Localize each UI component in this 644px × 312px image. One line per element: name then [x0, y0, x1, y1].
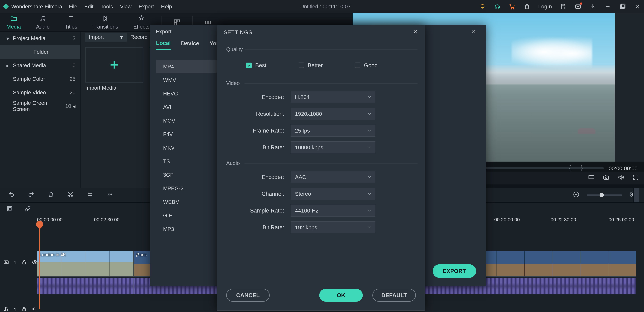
video-clip-1[interactable]: London in 4K ▸ [37, 251, 134, 276]
ok-button[interactable]: OK [319, 289, 363, 302]
quality-better[interactable]: Better [299, 62, 323, 69]
quality-better-label: Better [308, 62, 323, 69]
eye-icon[interactable] [32, 259, 38, 266]
import-media-tile[interactable] [85, 47, 143, 83]
audio-samplerate-select[interactable]: 44100 Hz [290, 205, 375, 217]
lock-icon[interactable] [21, 306, 27, 312]
format-3gp[interactable]: 3GP [156, 168, 218, 182]
tab-media[interactable]: Media [6, 15, 21, 30]
menu-file[interactable]: File [69, 4, 77, 10]
format-mpeg2[interactable]: MPEG-2 [156, 182, 218, 195]
playhead[interactable] [39, 226, 40, 309]
format-gif[interactable]: GIF [156, 209, 218, 222]
format-webm[interactable]: WEBM [156, 195, 218, 209]
video-encoder-value: H.264 [295, 94, 310, 100]
preview-decor [578, 128, 596, 134]
svg-rect-25 [8, 207, 11, 210]
redo-icon[interactable] [28, 191, 34, 199]
tab-titles[interactable]: Titles [65, 15, 77, 30]
pm-shared[interactable]: ▸ Shared Media 0 [0, 59, 80, 72]
quality-best[interactable]: Best [246, 62, 266, 69]
menu-export[interactable]: Export [138, 4, 154, 10]
format-mp4[interactable]: MP4 [156, 60, 218, 73]
format-mov[interactable]: MOV [156, 114, 218, 127]
format-f4v[interactable]: F4V [156, 127, 218, 141]
undo-icon[interactable] [8, 191, 15, 199]
tab-transitions[interactable]: Transitions [92, 15, 118, 30]
import-dropdown[interactable]: Import▾ [85, 33, 127, 42]
format-wmv[interactable]: WMV [156, 73, 218, 87]
login-link[interactable]: LogIn [538, 4, 552, 10]
quality-good[interactable]: Good [355, 62, 378, 69]
audio-waveform-icon[interactable] [106, 191, 113, 199]
video-framerate-select[interactable]: 25 fps [290, 125, 375, 136]
cancel-button[interactable]: CANCEL [226, 289, 270, 302]
maximize-icon[interactable] [619, 3, 626, 10]
format-mp3[interactable]: MP3 [156, 222, 218, 236]
menu-edit[interactable]: Edit [84, 4, 94, 10]
fullscreen-icon[interactable] [632, 174, 639, 182]
idea-icon[interactable] [479, 3, 486, 10]
volume-icon[interactable] [618, 174, 624, 182]
zoom-slider-handle[interactable] [600, 193, 604, 197]
menu-tools[interactable]: Tools [100, 4, 113, 10]
default-button[interactable]: DEFAULT [372, 289, 416, 302]
format-ts[interactable]: TS [156, 155, 218, 168]
snapshot-icon[interactable] [603, 174, 610, 182]
video-bitrate-select[interactable]: 10000 kbps [290, 141, 375, 153]
link-icon[interactable] [24, 205, 31, 214]
pm-color[interactable]: Sample Color 25 [0, 72, 80, 86]
zoom-slider[interactable] [587, 195, 622, 196]
lock-icon[interactable] [21, 259, 27, 266]
cart-icon[interactable] [508, 3, 516, 10]
pm-project-media[interactable]: ▾ Project Media 3 [0, 32, 80, 45]
settings-close-icon[interactable] [412, 28, 418, 36]
display-icon[interactable] [588, 174, 595, 182]
headset-icon[interactable] [494, 3, 501, 10]
tab-effects[interactable]: Effects [133, 15, 150, 30]
zoom-out-icon[interactable] [573, 191, 580, 199]
export-button[interactable]: EXPORT [432, 264, 476, 278]
audio-bitrate-select[interactable]: 192 kbps [290, 221, 375, 233]
svg-point-2 [513, 8, 514, 9]
video-encoder-select[interactable]: H.264 [290, 91, 375, 103]
cut-icon[interactable] [67, 191, 74, 199]
pm-folder[interactable]: Folder 3 [0, 45, 80, 59]
audio-channel-select[interactable]: Stereo [290, 188, 375, 200]
audio-samplerate-value: 44100 Hz [295, 208, 318, 214]
export-close-icon[interactable] [468, 25, 480, 38]
format-hevc[interactable]: HEVC [156, 87, 218, 100]
export-tab-device[interactable]: Device [181, 40, 199, 49]
timeline-fit-icon[interactable] [633, 188, 639, 202]
menu-view[interactable]: View [120, 4, 132, 10]
download-icon[interactable] [589, 3, 596, 10]
speaker-icon[interactable] [32, 306, 38, 312]
record-button[interactable]: Record [130, 34, 148, 40]
import-media-label: Import Media [85, 85, 116, 91]
pm-green-label: Sample Green Screen [13, 100, 65, 112]
export-tab-local[interactable]: Local [156, 40, 171, 50]
video-framerate-label: Frame Rate: [226, 127, 284, 134]
selection-icon[interactable] [6, 205, 13, 214]
pm-video[interactable]: Sample Video 20 [0, 86, 80, 99]
audio-clip-1[interactable] [37, 278, 134, 294]
delete-icon[interactable] [47, 191, 54, 199]
save-icon[interactable] [560, 3, 567, 10]
svg-rect-11 [206, 21, 208, 24]
ruler-t1: 00:02:30:00 [94, 217, 120, 222]
pm-color-label: Sample Color [13, 76, 70, 82]
menu-help[interactable]: Help [161, 4, 172, 10]
close-window-icon[interactable] [634, 3, 641, 10]
pm-green[interactable]: Sample Green Screen 10 ◂ [0, 99, 80, 113]
format-avi[interactable]: AVI [156, 100, 218, 114]
settings-sliders-icon[interactable] [86, 191, 94, 199]
format-mkv[interactable]: MKV [156, 141, 218, 155]
mail-icon-wrap[interactable] [574, 3, 582, 10]
minimize-icon[interactable] [604, 3, 611, 10]
ruler-t2: 00:20:00:00 [494, 217, 520, 222]
audio-encoder-select[interactable]: AAC [290, 171, 375, 183]
tab-audio[interactable]: Audio [36, 15, 50, 30]
app-logo: Wondershare Filmora [3, 4, 62, 10]
video-resolution-select[interactable]: 1920x1080 [290, 108, 375, 120]
trash-icon[interactable] [524, 3, 530, 10]
